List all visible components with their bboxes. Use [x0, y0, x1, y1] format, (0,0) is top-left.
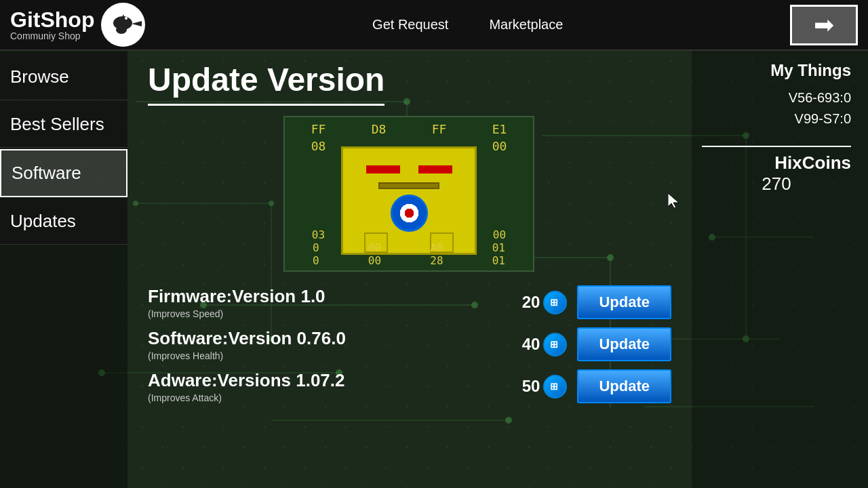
- logo-area: GitShop Communiy Shop: [10, 3, 145, 47]
- firmware-desc: (Improves Speed): [148, 308, 522, 319]
- update-button-software[interactable]: Update: [577, 327, 671, 361]
- logo-icon: [101, 3, 145, 47]
- sidebar: Browse Best Sellers Software Updates: [0, 51, 127, 488]
- adware-name: Adware:Versions 1.07.2: [148, 370, 522, 391]
- robot-display: FF D8 FF E1 08 00: [285, 117, 533, 270]
- update-list: Firmware:Version 1.0 (Improves Speed) 20…: [148, 285, 671, 403]
- svg-text:⊞: ⊞: [550, 339, 558, 350]
- software-desc: (Improves Health): [148, 350, 522, 361]
- update-info-adware: Adware:Versions 1.07.2 (Improves Attack): [148, 370, 522, 403]
- software-name: Software:Version 0.76.0: [148, 328, 522, 349]
- hex-row-5: 03 00: [288, 228, 530, 241]
- sidebar-item-best-sellers[interactable]: Best Sellers: [0, 102, 127, 148]
- hex-row-7: 0 00 28 01: [288, 254, 530, 267]
- coin-icon-software: ⊞: [543, 333, 567, 357]
- robot-eyes: [343, 148, 475, 177]
- sidebar-item-software[interactable]: Software: [0, 149, 127, 197]
- hixcoins-label: HixCoins: [702, 152, 851, 174]
- update-info-software: Software:Version 0.76.0 (Improves Health…: [148, 328, 522, 361]
- coin-icon-firmware: ⊞: [543, 291, 567, 314]
- hex-row-6: 0 00 A0 01: [288, 241, 530, 254]
- page-title: Update Version: [148, 61, 384, 106]
- robot-container: FF D8 FF E1 08 00: [283, 116, 534, 272]
- firmware-name: Firmware:Version 1.0: [148, 286, 522, 307]
- robot-eye-left: [366, 165, 400, 174]
- svg-text:⊞: ⊞: [550, 381, 558, 392]
- adware-desc: (Improves Attack): [148, 392, 522, 403]
- update-item-adware: Adware:Versions 1.07.2 (Improves Attack)…: [148, 369, 671, 403]
- update-info-firmware: Firmware:Version 1.0 (Improves Speed): [148, 286, 522, 319]
- update-button-adware[interactable]: Update: [577, 369, 671, 403]
- logo-text: GitShop Communiy Shop: [10, 9, 94, 41]
- sidebar-item-updates[interactable]: Updates: [0, 199, 127, 245]
- main-layout: Browse Best Sellers Software Updates Upd…: [0, 51, 868, 488]
- svg-point-31: [125, 17, 127, 20]
- content-area: Update Version FF D8 FF E1 08: [127, 51, 692, 488]
- sidebar-item-browse[interactable]: Browse: [0, 54, 127, 100]
- thing-v56: V56-693:0: [789, 90, 851, 106]
- coin-icon-adware: ⊞: [543, 375, 567, 399]
- my-things-title: My Things: [770, 61, 851, 80]
- hixcoins-value: 270: [702, 174, 851, 195]
- hixcoins-section: HixCoins 270: [702, 146, 851, 195]
- software-price: 40 ⊞: [522, 333, 568, 357]
- header: GitShop Communiy Shop Get Request Market…: [0, 0, 868, 51]
- svg-point-33: [116, 26, 127, 34]
- logo-title: GitShop: [10, 9, 94, 30]
- update-button-firmware[interactable]: Update: [577, 285, 671, 319]
- forward-arrow-button[interactable]: ➡: [790, 5, 858, 45]
- hex-bottom: 03 00 0 00 A0 01 0 00 28: [288, 228, 530, 267]
- right-panel: My Things V56-693:0 V99-S7:0 HixCoins 27…: [692, 51, 868, 488]
- update-item-software: Software:Version 0.76.0 (Improves Health…: [148, 327, 671, 361]
- svg-text:⊞: ⊞: [550, 297, 558, 308]
- arrow-icon: ➡: [814, 11, 834, 39]
- thing-v99: V99-S7:0: [795, 111, 851, 127]
- hex-row-1: FF D8 FF E1: [288, 121, 530, 138]
- robot-target: [391, 195, 428, 232]
- firmware-price: 20 ⊞: [522, 291, 568, 314]
- header-nav: Get Request Marketplace: [145, 17, 790, 33]
- robot-eye-right: [418, 165, 452, 174]
- adware-price: 50 ⊞: [522, 375, 568, 399]
- marketplace-link[interactable]: Marketplace: [489, 17, 563, 33]
- update-item-firmware: Firmware:Version 1.0 (Improves Speed) 20…: [148, 285, 671, 319]
- get-request-link[interactable]: Get Request: [372, 17, 448, 33]
- robot-mouth: [378, 182, 439, 189]
- logo-subtitle: Communiy Shop: [10, 30, 94, 41]
